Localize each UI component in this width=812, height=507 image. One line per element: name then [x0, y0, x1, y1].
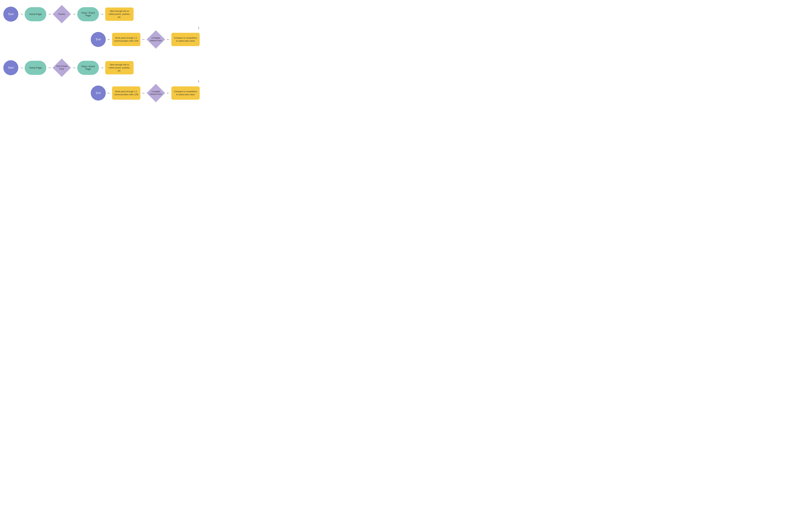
flow2-clickparty-diamond: Click PrivateParty — [53, 59, 71, 77]
flow1-form-label: CompleteInterest Form — [147, 30, 165, 49]
flow2-book-label: Book party through 1:1 communication wit… — [114, 90, 139, 96]
flow2-vertical-arrow: ↓ — [3, 78, 200, 83]
flow2-homepage-label: Home Page — [29, 66, 42, 69]
flow2-arrow4 — [100, 66, 104, 70]
flow1-book-label: Book party through 1:1 communication wit… — [114, 37, 139, 43]
flow1-arrow6 — [142, 37, 145, 42]
flow2-form-label: CompleteInterest Form — [147, 84, 165, 102]
flow1-book-rect: Book party through 1:1 communication wit… — [112, 33, 141, 46]
flow2-compare-label: Compare to competitors to select best va… — [173, 90, 198, 96]
flow1-arrow4 — [100, 12, 104, 16]
flow2-partypage-oval: Party / EventPage — [77, 61, 99, 75]
flow1-row1: Start Home Page Events Party / EventPage — [3, 5, 200, 23]
flow2-arrow1 — [20, 66, 23, 70]
flow1-compare-label: Compare to competitors to select best va… — [173, 37, 198, 43]
flow2-arrow5 — [107, 91, 111, 95]
flow-section-1: Start Home Page Events Party / EventPage — [3, 5, 200, 49]
flow2-row1: Start Home Page Click PrivateParty Party… — [3, 59, 200, 77]
flow1-row2: End Book party through 1:1 communication… — [3, 30, 200, 49]
flow2-arrow7 — [166, 91, 170, 95]
flow1-down-arrow: ↓ — [198, 25, 200, 30]
flow-section-2: Start Home Page Click PrivateParty Party… — [3, 59, 200, 102]
flow1-skim-label: Skim through info to collect prices, pol… — [107, 10, 131, 19]
flow1-end-circle: End — [91, 32, 106, 47]
flow1-arrow7 — [166, 37, 170, 42]
flow2-arrow6 — [142, 91, 145, 95]
flow2-down-arrow: ↓ — [198, 78, 200, 83]
flow1-arrow5 — [107, 37, 111, 42]
diagram-container: Start Home Page Events Party / EventPage — [0, 0, 203, 117]
flow1-arrow1 — [20, 12, 23, 16]
flow2-arrow3 — [72, 66, 76, 70]
flow1-start-label: Start — [8, 13, 14, 16]
flow1-arrow3 — [72, 12, 76, 16]
flow2-row2: End Book party through 1:1 communication… — [3, 84, 200, 102]
flow2-skim-rect: Skim through info to collect prices, pol… — [105, 61, 133, 74]
flow2-start-circle: Start — [3, 60, 18, 75]
flow1-compare-rect: Compare to competitors to select best va… — [171, 33, 200, 46]
flow2-arrow2 — [48, 66, 51, 70]
flow1-skim-rect: Skim through info to collect prices, pol… — [105, 7, 133, 21]
flow1-events-diamond: Events — [53, 5, 71, 23]
flow1-arrow2 — [48, 12, 51, 16]
flow2-skim-label: Skim through info to collect prices, pol… — [107, 63, 131, 72]
flow2-homepage-oval: Home Page — [24, 61, 46, 75]
flow2-compare-rect: Compare to competitors to select best va… — [171, 87, 200, 100]
flow1-homepage-label: Home Page — [29, 13, 42, 15]
flow2-end-circle: End — [91, 86, 106, 101]
flow2-end-label: End — [96, 92, 101, 95]
flow2-partypage-label: Party / EventPage — [82, 65, 95, 70]
flow1-partypage-oval: Party / EventPage — [77, 7, 99, 21]
flow2-clickparty-label: Click PrivateParty — [53, 59, 71, 77]
flow1-start-circle: Start — [3, 7, 18, 22]
flow2-start-label: Start — [8, 66, 14, 69]
flow2-form-diamond: CompleteInterest Form — [147, 84, 165, 102]
flow1-end-label: End — [96, 38, 101, 41]
flow1-homepage-oval: Home Page — [24, 7, 46, 21]
flow1-vertical-arrow: ↓ — [3, 25, 200, 30]
flow1-partypage-label: Party / EventPage — [82, 11, 95, 17]
flow1-events-label: Events — [53, 5, 71, 23]
flow1-form-diamond: CompleteInterest Form — [147, 30, 165, 49]
flow2-book-rect: Book party through 1:1 communication wit… — [112, 87, 141, 100]
